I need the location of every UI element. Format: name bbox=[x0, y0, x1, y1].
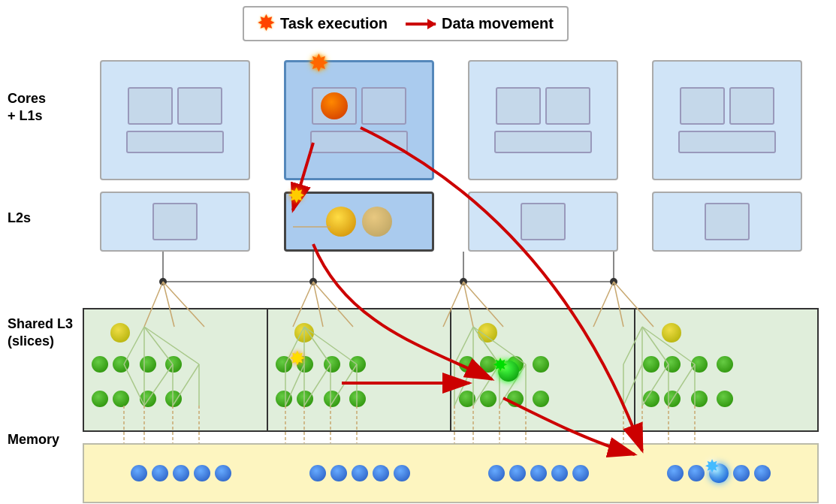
arrow-legend-icon bbox=[406, 23, 436, 26]
core-bottom-2 bbox=[494, 131, 592, 153]
burst-legend-icon: ✸ bbox=[258, 12, 274, 35]
core-cell-2-1 bbox=[545, 87, 590, 125]
task-execution-label: Task execution bbox=[280, 15, 388, 32]
svg-point-6 bbox=[309, 278, 317, 285]
l2-cell-2 bbox=[521, 203, 566, 240]
core-block-3 bbox=[652, 60, 802, 180]
data-movement-label: Data movement bbox=[442, 15, 554, 32]
burst-core-1: ✸ bbox=[309, 49, 329, 77]
core-cell-1-1 bbox=[361, 87, 406, 125]
l3-tile-2: ✸ bbox=[451, 309, 635, 430]
l3-tile-0 bbox=[84, 309, 268, 430]
core-cell-3-0 bbox=[680, 87, 725, 125]
diagram: ✸ ✸ bbox=[83, 60, 819, 496]
burst-l3-1: ✸ bbox=[289, 347, 306, 370]
core-block-1: ✸ bbox=[284, 60, 434, 180]
label-cores: Cores+ L1s bbox=[8, 90, 46, 125]
label-l2s: L2s bbox=[8, 210, 31, 226]
svg-point-5 bbox=[159, 278, 167, 285]
core-bottom-0 bbox=[126, 131, 224, 153]
core-cell-3-1 bbox=[729, 87, 774, 125]
l2-cell-3 bbox=[705, 203, 750, 240]
l2-block-0 bbox=[100, 192, 250, 252]
l2-row: ✸ bbox=[83, 192, 819, 252]
core-cell-1-0 bbox=[312, 87, 357, 125]
l2-block-3 bbox=[652, 192, 802, 252]
core-cell-0-1 bbox=[177, 87, 222, 125]
core-inner-3 bbox=[680, 87, 774, 125]
task-execution-legend: ✸ Task execution bbox=[258, 12, 388, 35]
svg-point-7 bbox=[460, 278, 467, 285]
l3-tile-1: ✸ bbox=[268, 309, 452, 430]
core-cell-2-0 bbox=[496, 87, 541, 125]
legend: ✸ Task execution Data movement bbox=[243, 6, 569, 41]
core-bottom-1 bbox=[310, 131, 408, 153]
burst-l2-1: ✸ bbox=[288, 183, 305, 208]
l2-block-1: ✸ bbox=[284, 192, 434, 252]
l3-section: ✸ ✸ bbox=[83, 308, 819, 432]
core-block-2 bbox=[468, 60, 618, 180]
l2-block-2 bbox=[468, 192, 618, 252]
l3-tile-3 bbox=[635, 309, 818, 430]
data-movement-legend: Data movement bbox=[406, 15, 554, 32]
label-l3: Shared L3(slices) bbox=[8, 315, 73, 351]
l2-cell-0 bbox=[152, 203, 198, 240]
svg-point-8 bbox=[610, 278, 617, 285]
core-inner-1 bbox=[312, 87, 406, 125]
core-inner-0 bbox=[128, 87, 222, 125]
burst-memory: ✸ bbox=[709, 463, 729, 483]
core-inner-2 bbox=[496, 87, 590, 125]
core-cell-0-0 bbox=[128, 87, 173, 125]
cores-row: ✸ bbox=[83, 60, 819, 180]
burst-l3-2-star: ✸ bbox=[493, 355, 508, 376]
label-memory: Memory bbox=[8, 432, 59, 448]
core-bottom-3 bbox=[678, 131, 776, 153]
memory-section: ✸ bbox=[83, 443, 819, 503]
core-block-0 bbox=[100, 60, 250, 180]
